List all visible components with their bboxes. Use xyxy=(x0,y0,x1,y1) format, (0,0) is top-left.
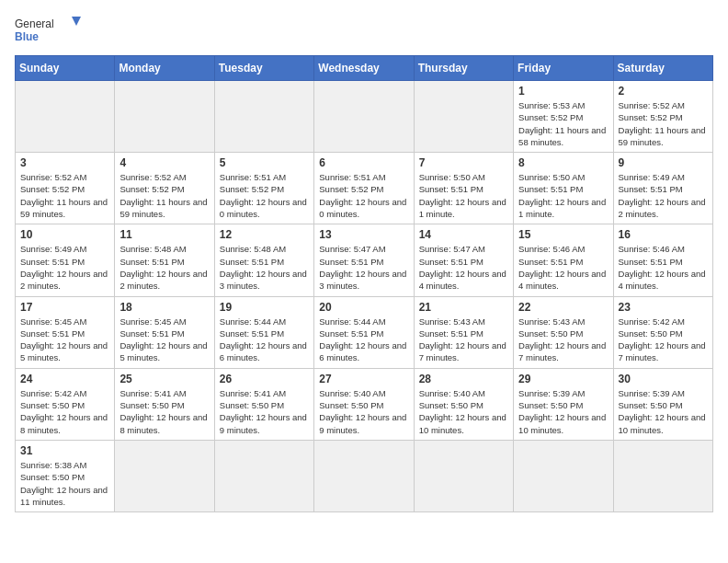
calendar-cell xyxy=(613,440,712,511)
calendar-cell: 29Sunrise: 5:39 AM Sunset: 5:50 PM Dayli… xyxy=(514,368,613,440)
calendar-cell xyxy=(314,440,414,511)
day-number: 6 xyxy=(319,156,408,169)
calendar-cell xyxy=(214,81,313,153)
day-info: Sunrise: 5:49 AM Sunset: 5:51 PM Dayligh… xyxy=(20,243,109,292)
calendar-cell: 12Sunrise: 5:48 AM Sunset: 5:51 PM Dayli… xyxy=(214,224,313,296)
calendar-cell: 26Sunrise: 5:41 AM Sunset: 5:50 PM Dayli… xyxy=(214,368,313,440)
calendar-cell xyxy=(314,81,414,153)
day-number: 25 xyxy=(119,373,209,385)
svg-text:Blue: Blue xyxy=(15,30,39,43)
day-number: 27 xyxy=(319,373,408,385)
day-number: 1 xyxy=(518,85,608,98)
day-info: Sunrise: 5:43 AM Sunset: 5:50 PM Dayligh… xyxy=(518,316,608,364)
day-number: 4 xyxy=(119,156,209,169)
calendar-cell: 5Sunrise: 5:51 AM Sunset: 5:52 PM Daylig… xyxy=(214,153,313,224)
calendar-cell: 14Sunrise: 5:47 AM Sunset: 5:51 PM Dayli… xyxy=(414,224,513,296)
calendar-cell: 31Sunrise: 5:38 AM Sunset: 5:50 PM Dayli… xyxy=(16,440,115,511)
day-number: 5 xyxy=(220,156,309,169)
day-info: Sunrise: 5:51 AM Sunset: 5:52 PM Dayligh… xyxy=(220,171,309,220)
day-info: Sunrise: 5:41 AM Sunset: 5:50 PM Dayligh… xyxy=(119,387,209,436)
week-row-1: 1Sunrise: 5:53 AM Sunset: 5:52 PM Daylig… xyxy=(16,81,713,153)
calendar-cell: 23Sunrise: 5:42 AM Sunset: 5:50 PM Dayli… xyxy=(613,296,712,368)
day-info: Sunrise: 5:52 AM Sunset: 5:52 PM Dayligh… xyxy=(619,99,708,148)
day-number: 30 xyxy=(619,373,708,385)
calendar: SundayMondayTuesdayWednesdayThursdayFrid… xyxy=(15,55,713,512)
day-info: Sunrise: 5:41 AM Sunset: 5:50 PM Dayligh… xyxy=(220,387,309,436)
calendar-cell: 16Sunrise: 5:46 AM Sunset: 5:51 PM Dayli… xyxy=(613,224,712,296)
day-info: Sunrise: 5:46 AM Sunset: 5:51 PM Dayligh… xyxy=(619,243,708,292)
day-header-monday: Monday xyxy=(115,56,214,81)
day-number: 3 xyxy=(20,156,109,169)
day-header-saturday: Saturday xyxy=(613,56,712,81)
calendar-cell: 24Sunrise: 5:42 AM Sunset: 5:50 PM Dayli… xyxy=(16,368,115,440)
calendar-cell: 7Sunrise: 5:50 AM Sunset: 5:51 PM Daylig… xyxy=(414,153,513,224)
calendar-cell: 1Sunrise: 5:53 AM Sunset: 5:52 PM Daylig… xyxy=(514,81,613,153)
day-number: 31 xyxy=(20,444,109,457)
week-row-3: 10Sunrise: 5:49 AM Sunset: 5:51 PM Dayli… xyxy=(16,224,713,296)
day-number: 18 xyxy=(119,301,209,314)
day-info: Sunrise: 5:48 AM Sunset: 5:51 PM Dayligh… xyxy=(220,243,309,292)
calendar-cell xyxy=(16,81,115,153)
calendar-cell xyxy=(115,81,214,153)
day-info: Sunrise: 5:50 AM Sunset: 5:51 PM Dayligh… xyxy=(518,171,608,220)
day-info: Sunrise: 5:42 AM Sunset: 5:50 PM Dayligh… xyxy=(619,316,708,364)
calendar-cell: 18Sunrise: 5:45 AM Sunset: 5:51 PM Dayli… xyxy=(115,296,214,368)
day-number: 12 xyxy=(220,228,309,241)
calendar-cell: 17Sunrise: 5:45 AM Sunset: 5:51 PM Dayli… xyxy=(16,296,115,368)
day-info: Sunrise: 5:50 AM Sunset: 5:51 PM Dayligh… xyxy=(419,171,508,220)
day-number: 19 xyxy=(220,301,309,314)
calendar-cell: 22Sunrise: 5:43 AM Sunset: 5:50 PM Dayli… xyxy=(514,296,613,368)
calendar-cell: 27Sunrise: 5:40 AM Sunset: 5:50 PM Dayli… xyxy=(314,368,414,440)
day-number: 16 xyxy=(619,228,708,241)
day-info: Sunrise: 5:49 AM Sunset: 5:51 PM Dayligh… xyxy=(619,171,708,220)
day-info: Sunrise: 5:48 AM Sunset: 5:51 PM Dayligh… xyxy=(119,243,209,292)
logo-svg: General Blue xyxy=(15,15,88,48)
day-number: 15 xyxy=(518,228,608,241)
day-number: 13 xyxy=(319,228,408,241)
day-number: 23 xyxy=(619,301,708,314)
day-header-tuesday: Tuesday xyxy=(214,56,313,81)
day-number: 8 xyxy=(518,156,608,169)
day-info: Sunrise: 5:45 AM Sunset: 5:51 PM Dayligh… xyxy=(20,316,109,364)
day-info: Sunrise: 5:52 AM Sunset: 5:52 PM Dayligh… xyxy=(20,171,109,220)
day-number: 10 xyxy=(20,228,109,241)
day-info: Sunrise: 5:42 AM Sunset: 5:50 PM Dayligh… xyxy=(20,387,109,436)
day-header-friday: Friday xyxy=(514,56,613,81)
header: General Blue xyxy=(15,15,713,48)
day-info: Sunrise: 5:40 AM Sunset: 5:50 PM Dayligh… xyxy=(319,387,408,436)
week-row-6: 31Sunrise: 5:38 AM Sunset: 5:50 PM Dayli… xyxy=(16,440,713,511)
logo: General Blue xyxy=(15,15,88,48)
week-row-4: 17Sunrise: 5:45 AM Sunset: 5:51 PM Dayli… xyxy=(16,296,713,368)
day-header-wednesday: Wednesday xyxy=(314,56,414,81)
day-number: 28 xyxy=(419,373,508,385)
day-info: Sunrise: 5:47 AM Sunset: 5:51 PM Dayligh… xyxy=(319,243,408,292)
day-number: 2 xyxy=(619,85,708,98)
day-header-sunday: Sunday xyxy=(16,56,115,81)
day-info: Sunrise: 5:39 AM Sunset: 5:50 PM Dayligh… xyxy=(619,387,708,436)
week-row-5: 24Sunrise: 5:42 AM Sunset: 5:50 PM Dayli… xyxy=(16,368,713,440)
calendar-cell: 21Sunrise: 5:43 AM Sunset: 5:51 PM Dayli… xyxy=(414,296,513,368)
calendar-cell: 11Sunrise: 5:48 AM Sunset: 5:51 PM Dayli… xyxy=(115,224,214,296)
day-number: 14 xyxy=(419,228,508,241)
day-number: 29 xyxy=(518,373,608,385)
week-row-2: 3Sunrise: 5:52 AM Sunset: 5:52 PM Daylig… xyxy=(16,153,713,224)
day-info: Sunrise: 5:45 AM Sunset: 5:51 PM Dayligh… xyxy=(119,316,209,364)
day-info: Sunrise: 5:46 AM Sunset: 5:51 PM Dayligh… xyxy=(518,243,608,292)
calendar-cell: 20Sunrise: 5:44 AM Sunset: 5:51 PM Dayli… xyxy=(314,296,414,368)
days-header-row: SundayMondayTuesdayWednesdayThursdayFrid… xyxy=(16,56,713,81)
day-number: 22 xyxy=(518,301,608,314)
day-info: Sunrise: 5:52 AM Sunset: 5:52 PM Dayligh… xyxy=(119,171,209,220)
calendar-cell: 10Sunrise: 5:49 AM Sunset: 5:51 PM Dayli… xyxy=(16,224,115,296)
day-info: Sunrise: 5:39 AM Sunset: 5:50 PM Dayligh… xyxy=(518,387,608,436)
day-info: Sunrise: 5:43 AM Sunset: 5:51 PM Dayligh… xyxy=(419,316,508,364)
svg-text:General: General xyxy=(15,17,54,30)
svg-marker-2 xyxy=(72,17,81,26)
calendar-cell: 13Sunrise: 5:47 AM Sunset: 5:51 PM Dayli… xyxy=(314,224,414,296)
calendar-cell: 3Sunrise: 5:52 AM Sunset: 5:52 PM Daylig… xyxy=(16,153,115,224)
day-info: Sunrise: 5:44 AM Sunset: 5:51 PM Dayligh… xyxy=(220,316,309,364)
day-number: 26 xyxy=(220,373,309,385)
calendar-cell xyxy=(115,440,214,511)
calendar-cell: 28Sunrise: 5:40 AM Sunset: 5:50 PM Dayli… xyxy=(414,368,513,440)
day-info: Sunrise: 5:53 AM Sunset: 5:52 PM Dayligh… xyxy=(518,99,608,148)
calendar-cell: 6Sunrise: 5:51 AM Sunset: 5:52 PM Daylig… xyxy=(314,153,414,224)
